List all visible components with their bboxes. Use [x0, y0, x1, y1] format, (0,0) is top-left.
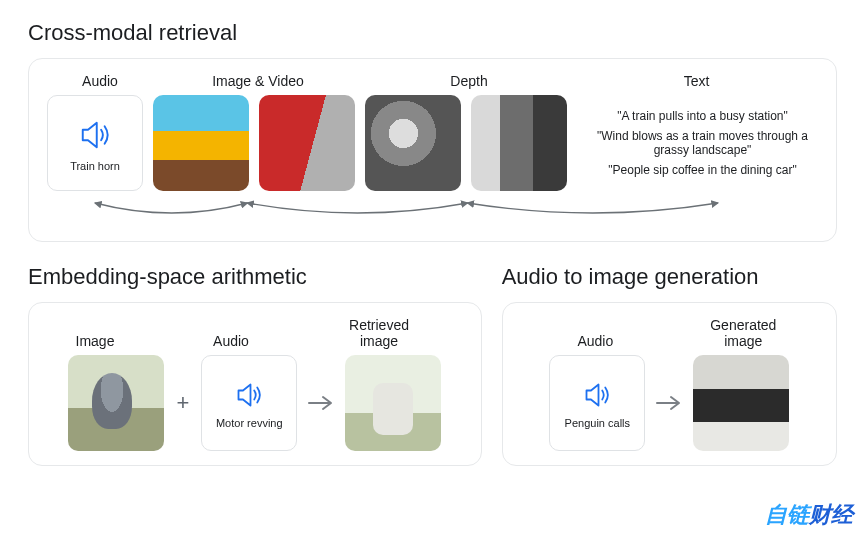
header-text: Text — [575, 73, 818, 89]
audio-card-train-horn: Train horn — [47, 95, 143, 191]
text-examples: "A train pulls into a busy station" "Win… — [577, 109, 818, 177]
audio-card-penguin: Penguin calls — [549, 355, 645, 451]
depth-map-1 — [365, 95, 461, 191]
header-retrieved: Retrieved image — [331, 317, 427, 349]
aig-headers: Audio Generated image — [521, 317, 818, 355]
header-generated: Generated image — [695, 317, 791, 349]
image-yellow-train — [153, 95, 249, 191]
embedding-arithmetic-section: Embedding-space arithmetic Image Audio R… — [28, 264, 482, 466]
retrieved-image-scooter — [345, 355, 441, 451]
header-audio: Audio — [47, 73, 153, 89]
depth-map-2 — [471, 95, 567, 191]
cmr-panel: Audio Image & Video Depth Text Train hor… — [28, 58, 837, 242]
audio-to-image-section: Audio to image generation Audio Generate… — [502, 264, 837, 466]
plus-operator: + — [174, 390, 191, 416]
speaker-icon — [579, 377, 615, 413]
header-audio: Audio — [547, 333, 643, 349]
video-red-train — [259, 95, 355, 191]
arrow-right-icon — [307, 393, 335, 413]
bottom-row: Embedding-space arithmetic Image Audio R… — [28, 264, 837, 466]
esa-panel: Image Audio Retrieved image + Motor revv… — [28, 302, 482, 466]
watermark-part-1: 自链 — [765, 502, 809, 527]
esa-headers: Image Audio Retrieved image — [47, 317, 463, 355]
header-audio: Audio — [183, 333, 279, 349]
section-title: Cross-modal retrieval — [28, 20, 837, 46]
audio-label: Motor revving — [216, 417, 283, 429]
cross-modal-retrieval-section: Cross-modal retrieval Audio Image & Vide… — [28, 20, 837, 242]
arrow-right-icon — [655, 393, 683, 413]
aig-body: Penguin calls — [521, 355, 818, 451]
section-title: Audio to image generation — [502, 264, 837, 290]
image-pigeon — [68, 355, 164, 451]
watermark: 自链财经 — [765, 500, 853, 530]
section-title: Embedding-space arithmetic — [28, 264, 482, 290]
speaker-icon — [231, 377, 267, 413]
speaker-icon — [74, 114, 116, 156]
header-image: Image — [47, 333, 143, 349]
cmr-headers: Audio Image & Video Depth Text — [47, 73, 818, 89]
generated-image-penguins — [693, 355, 789, 451]
header-depth: Depth — [363, 73, 575, 89]
audio-card-motor: Motor revving — [201, 355, 297, 451]
bidirectional-arrows — [47, 197, 818, 227]
quote-3: "People sip coffee in the dining car" — [587, 163, 818, 177]
aig-panel: Audio Generated image Penguin calls — [502, 302, 837, 466]
esa-body: + Motor revving — [47, 355, 463, 451]
quote-1: "A train pulls into a busy station" — [587, 109, 818, 123]
header-image-video: Image & Video — [153, 73, 363, 89]
quote-2: "Wind blows as a train moves through a g… — [587, 129, 818, 157]
audio-label: Train horn — [70, 160, 120, 172]
watermark-part-2: 财经 — [809, 502, 853, 527]
cmr-body: Train horn "A train pulls into a busy st… — [47, 95, 818, 191]
audio-label: Penguin calls — [565, 417, 630, 429]
